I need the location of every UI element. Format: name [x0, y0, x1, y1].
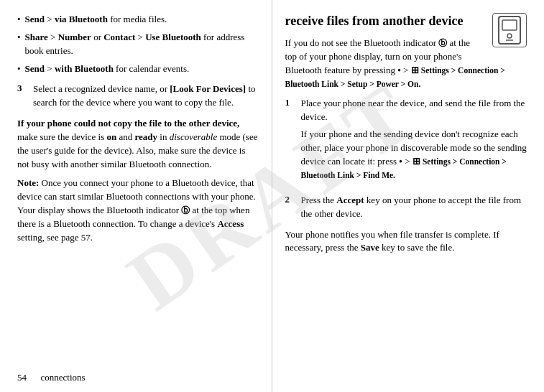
device-svg — [497, 16, 522, 45]
via-bluetooth-label: via Bluetooth — [55, 14, 108, 24]
discoverable-label: discoverable — [170, 131, 217, 142]
accept-label: Accept — [336, 195, 364, 205]
bullet-icon: • — [17, 13, 21, 27]
step-2-number: 2 — [285, 194, 301, 205]
step-3-content: Select a recognized device name, or [Loo… — [33, 83, 259, 110]
right-column: receive files from another device If you… — [272, 0, 545, 392]
page-number: 54 — [17, 372, 27, 383]
nav-bullet: • — [397, 65, 401, 75]
page-container: DRAFT • Send > via Bluetooth for media f… — [0, 0, 544, 392]
svg-point-2 — [507, 34, 512, 38]
connections-label: connections — [41, 372, 86, 383]
bullet-text-3: Send > with Bluetooth for calendar event… — [25, 62, 190, 76]
step-1-number: 1 — [285, 97, 301, 108]
bullet-icon: • — [17, 31, 21, 45]
svg-rect-1 — [502, 20, 517, 30]
settings-icon-text: ⊞ — [411, 65, 419, 75]
device-icon — [492, 13, 527, 47]
warning-paragraph: If your phone could not copy the file to… — [17, 117, 259, 171]
send-label2: Send — [25, 63, 45, 74]
step-1: 1 Place your phone near the device, and … — [285, 97, 527, 187]
use-bluetooth-label: Use Bluetooth — [145, 32, 201, 42]
ready-label: ready — [135, 131, 158, 142]
step-2: 2 Press the Accept key on your phone to … — [285, 194, 527, 221]
bullet-text-2: Share > Number or Contact > Use Bluetoot… — [25, 31, 259, 58]
list-item: • Share > Number or Contact > Use Blueto… — [17, 31, 259, 58]
warning-heading: If your phone could not copy the file to… — [17, 118, 239, 129]
send-label: Send — [25, 14, 45, 24]
bullet-text-1: Send > via Bluetooth for media files. — [25, 13, 167, 27]
access-label: Access — [217, 218, 244, 229]
with-bluetooth-label: with Bluetooth — [55, 63, 114, 74]
list-item: • Send > via Bluetooth for media files. — [17, 13, 259, 27]
look-for-devices-label: [Look For Devices] — [170, 83, 246, 94]
number-label: Number — [58, 32, 91, 42]
bullet-list: • Send > via Bluetooth for media files. … — [17, 13, 259, 75]
step-1-content: Place your phone near the device, and se… — [301, 97, 527, 187]
step-3-number: 3 — [17, 83, 33, 94]
page-number-area: 54 connections — [17, 372, 86, 383]
left-column: • Send > via Bluetooth for media files. … — [0, 0, 272, 392]
list-item: • Send > with Bluetooth for calendar eve… — [17, 62, 259, 76]
note-paragraph: Note: Once you connect your phone to a B… — [17, 177, 259, 244]
save-label: Save — [361, 242, 379, 253]
settings-icon-2: ⊞ — [412, 156, 420, 167]
bluetooth-transfer-image — [487, 13, 527, 50]
step-1-sub: If your phone and the sending device don… — [301, 128, 527, 182]
note-label: Note: — [17, 177, 39, 188]
step-3: 3 Select a recognized device name, or [L… — [17, 83, 259, 110]
share-label: Share — [25, 32, 48, 42]
bullet-icon: • — [17, 62, 21, 76]
bluetooth-indicator-symbol: ⓑ — [181, 205, 190, 215]
bt-indicator: ⓑ — [438, 38, 447, 48]
on-label: on — [107, 131, 117, 142]
nav-bullet-2: • — [399, 156, 402, 167]
contact-label: Contact — [103, 32, 135, 42]
step-2-content: Press the Accept key on your phone to ac… — [301, 194, 527, 221]
outro-paragraph: Your phone notifies you when file transf… — [285, 228, 527, 256]
